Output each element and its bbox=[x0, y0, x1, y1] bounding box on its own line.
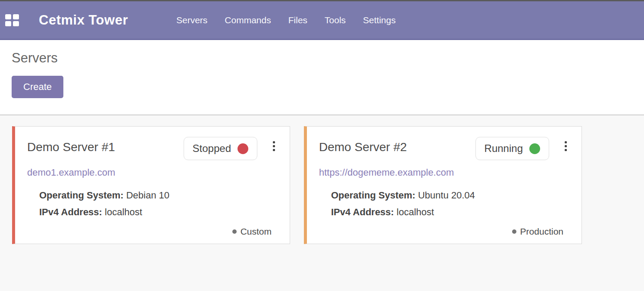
server-name: Demo Server #2 bbox=[319, 137, 475, 154]
status-badge[interactable]: Running bbox=[475, 137, 549, 160]
tag-dot-icon bbox=[512, 229, 516, 234]
apps-grid-icon[interactable] bbox=[5, 14, 20, 26]
kebab-menu-icon[interactable] bbox=[562, 139, 569, 153]
tag-dot-icon bbox=[232, 229, 237, 234]
server-url-link[interactable]: https://dogememe.example.com bbox=[319, 167, 454, 178]
control-panel: Servers Create bbox=[0, 40, 644, 115]
field-ipv4-address: IPv4 Address: localhost bbox=[331, 204, 569, 220]
server-kanban-area: Demo Server #1 Stopped demo1.example.com… bbox=[0, 115, 644, 291]
field-label: Operating System: bbox=[39, 190, 124, 201]
field-value: Debian 10 bbox=[126, 190, 169, 201]
apps-grid-square bbox=[5, 14, 11, 19]
page-title: Servers bbox=[12, 50, 644, 66]
server-card: Demo Server #1 Stopped demo1.example.com… bbox=[12, 126, 290, 244]
field-label: IPv4 Address: bbox=[331, 207, 394, 217]
nav-item-servers[interactable]: Servers bbox=[176, 15, 207, 25]
tag-label: Custom bbox=[241, 226, 272, 236]
server-url-link[interactable]: demo1.example.com bbox=[27, 167, 115, 178]
kebab-dot bbox=[273, 145, 275, 147]
field-label: Operating System: bbox=[331, 190, 416, 201]
kebab-dot bbox=[565, 145, 567, 147]
status-dot-icon bbox=[529, 143, 540, 154]
status-dot-icon bbox=[238, 143, 248, 154]
top-navigation: Servers Commands Files Tools Settings bbox=[176, 15, 396, 25]
tag-row: Production bbox=[319, 226, 569, 237]
status-label: Running bbox=[485, 142, 523, 155]
field-value: Ubuntu 20.04 bbox=[418, 190, 475, 201]
tag-row: Custom bbox=[27, 226, 278, 237]
server-fields: Operating System: Debian 10 IPv4 Address… bbox=[39, 187, 278, 220]
apps-grid-square bbox=[13, 21, 19, 26]
field-value: localhost bbox=[105, 207, 142, 217]
app-header: Cetmix Tower Servers Commands Files Tool… bbox=[0, 1, 644, 40]
field-value: localhost bbox=[397, 207, 434, 217]
field-operating-system: Operating System: Debian 10 bbox=[39, 187, 278, 204]
server-name: Demo Server #1 bbox=[27, 137, 184, 154]
nav-item-tools[interactable]: Tools bbox=[325, 15, 346, 25]
status-label: Stopped bbox=[193, 142, 231, 155]
kebab-dot bbox=[273, 149, 275, 151]
field-label: IPv4 Address: bbox=[39, 207, 102, 217]
kebab-menu-icon[interactable] bbox=[270, 139, 278, 153]
tag-label: Production bbox=[520, 226, 563, 236]
status-badge[interactable]: Stopped bbox=[184, 137, 257, 160]
card-header: Demo Server #2 Running bbox=[319, 137, 569, 160]
card-header: Demo Server #1 Stopped bbox=[27, 137, 278, 160]
brand-title: Cetmix Tower bbox=[39, 12, 128, 28]
apps-grid-square bbox=[5, 21, 11, 26]
field-ipv4-address: IPv4 Address: localhost bbox=[39, 204, 278, 220]
create-button[interactable]: Create bbox=[12, 76, 63, 98]
nav-item-files[interactable]: Files bbox=[288, 15, 307, 25]
nav-item-commands[interactable]: Commands bbox=[225, 15, 271, 25]
nav-item-settings[interactable]: Settings bbox=[363, 15, 396, 25]
server-fields: Operating System: Ubuntu 20.04 IPv4 Addr… bbox=[331, 187, 569, 220]
field-operating-system: Operating System: Ubuntu 20.04 bbox=[331, 187, 569, 204]
kebab-dot bbox=[273, 141, 275, 143]
server-card: Demo Server #2 Running https://dogememe.… bbox=[304, 126, 582, 244]
kebab-dot bbox=[565, 141, 567, 143]
kebab-dot bbox=[565, 149, 567, 151]
apps-grid-square bbox=[13, 14, 19, 19]
